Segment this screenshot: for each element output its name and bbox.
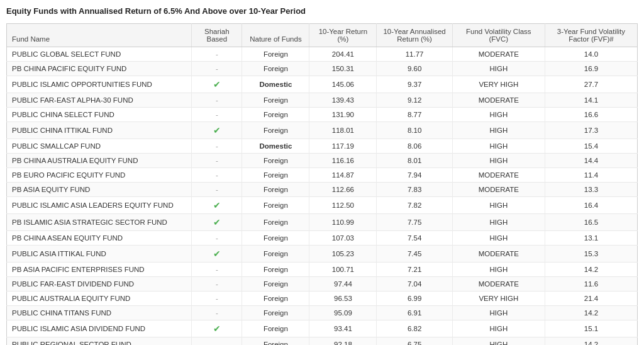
cell-10yr-ann-return: 8.01	[377, 154, 452, 168]
cell-fund-name: PB ISLAMIC ASIA STRATEGIC SECTOR FUND	[7, 214, 192, 231]
cell-10yr-ann-return: 8.10	[377, 122, 452, 139]
cell-10yr-ann-return: 11.77	[377, 47, 452, 62]
cell-nature: Foreign	[242, 183, 309, 197]
shariah-dash: -	[216, 171, 218, 179]
cell-shariah: ✔	[192, 122, 242, 139]
cell-fvc: MODERATE	[452, 183, 545, 197]
cell-shariah: -	[192, 277, 242, 291]
cell-10yr-return: 131.90	[309, 108, 377, 122]
cell-10yr-ann-return: 7.21	[377, 263, 452, 277]
cell-10yr-return: 110.99	[309, 214, 377, 231]
cell-3yr-fvf: 16.5	[545, 214, 637, 231]
cell-nature: Foreign	[242, 122, 309, 139]
cell-10yr-ann-return: 8.77	[377, 108, 452, 122]
cell-fvc: HIGH	[452, 62, 545, 76]
cell-nature: Foreign	[242, 320, 309, 337]
table-row: PB EURO PACIFIC EQUITY FUND-Foreign114.8…	[7, 168, 638, 183]
col-header-3yr-fvf: 3-Year Fund Volatility Factor (FVF)#	[545, 24, 637, 47]
cell-fvc: VERY HIGH	[452, 291, 545, 306]
cell-shariah: ✔	[192, 320, 242, 337]
cell-fvc: MODERATE	[452, 47, 545, 62]
cell-10yr-ann-return: 8.06	[377, 139, 452, 154]
table-row: PUBLIC CHINA TITANS FUND-Foreign95.096.9…	[7, 306, 638, 320]
cell-nature: Foreign	[242, 263, 309, 277]
cell-10yr-ann-return: 7.94	[377, 168, 452, 183]
col-header-shariah: Shariah Based	[192, 24, 242, 47]
cell-10yr-ann-return: 6.99	[377, 291, 452, 306]
table-row: PUBLIC FAR-EAST DIVIDEND FUND-Foreign97.…	[7, 277, 638, 291]
table-row: PUBLIC ISLAMIC OPPORTUNITIES FUND✔Domest…	[7, 76, 638, 93]
cell-3yr-fvf: 14.1	[545, 93, 637, 108]
cell-10yr-ann-return: 7.45	[377, 246, 452, 263]
cell-10yr-return: 114.87	[309, 168, 377, 183]
cell-10yr-return: 96.53	[309, 291, 377, 306]
cell-fund-name: PUBLIC CHINA ITTIKAL FUND	[7, 122, 192, 139]
cell-10yr-return: 93.41	[309, 320, 377, 337]
shariah-dash: -	[216, 341, 218, 345]
cell-fvc: HIGH	[452, 154, 545, 168]
cell-fund-name: PUBLIC CHINA TITANS FUND	[7, 306, 192, 320]
shariah-dash: -	[216, 65, 218, 72]
cell-nature: Foreign	[242, 306, 309, 320]
shariah-check-icon: ✔	[213, 249, 221, 259]
cell-shariah: -	[192, 263, 242, 277]
cell-fund-name: PB ASIA PACIFIC ENTERPRISES FUND	[7, 263, 192, 277]
cell-3yr-fvf: 14.4	[545, 154, 637, 168]
cell-nature: Domestic	[242, 139, 309, 154]
cell-10yr-return: 95.09	[309, 306, 377, 320]
cell-fvc: VERY HIGH	[452, 76, 545, 93]
cell-nature: Foreign	[242, 93, 309, 108]
cell-shariah: -	[192, 291, 242, 306]
cell-fund-name: PUBLIC ASIA ITTIKAL FUND	[7, 246, 192, 263]
cell-3yr-fvf: 17.3	[545, 122, 637, 139]
cell-shariah: -	[192, 93, 242, 108]
shariah-check-icon: ✔	[213, 200, 221, 210]
table-row: PUBLIC AUSTRALIA EQUITY FUND-Foreign96.5…	[7, 291, 638, 306]
shariah-dash: -	[216, 186, 218, 193]
cell-fvc: HIGH	[452, 263, 545, 277]
shariah-dash: -	[216, 266, 218, 273]
cell-fund-name: PUBLIC ISLAMIC ASIA LEADERS EQUITY FUND	[7, 197, 192, 214]
table-row: PB ISLAMIC ASIA STRATEGIC SECTOR FUND✔Fo…	[7, 214, 638, 231]
cell-10yr-ann-return: 6.75	[377, 337, 452, 346]
cell-10yr-return: 112.66	[309, 183, 377, 197]
cell-nature: Foreign	[242, 291, 309, 306]
cell-3yr-fvf: 11.4	[545, 168, 637, 183]
cell-shariah: -	[192, 62, 242, 76]
cell-fund-name: PB EURO PACIFIC EQUITY FUND	[7, 168, 192, 183]
cell-10yr-return: 92.18	[309, 337, 377, 346]
cell-fund-name: PUBLIC SMALLCAP FUND	[7, 139, 192, 154]
cell-shariah: ✔	[192, 197, 242, 214]
cell-fvc: HIGH	[452, 337, 545, 346]
shariah-dash: -	[216, 111, 218, 118]
cell-nature: Foreign	[242, 197, 309, 214]
cell-10yr-ann-return: 6.91	[377, 306, 452, 320]
shariah-dash: -	[216, 142, 218, 150]
cell-10yr-return: 118.01	[309, 122, 377, 139]
cell-nature: Foreign	[242, 108, 309, 122]
shariah-dash: -	[216, 234, 218, 242]
shariah-check-icon: ✔	[213, 79, 221, 89]
cell-10yr-return: 112.50	[309, 197, 377, 214]
cell-fund-name: PB ASIA EQUITY FUND	[7, 183, 192, 197]
shariah-check-icon: ✔	[213, 324, 221, 334]
cell-fund-name: PUBLIC REGIONAL SECTOR FUND	[7, 337, 192, 346]
cell-fvc: HIGH	[452, 320, 545, 337]
col-header-fvc: Fund Volatility Class (FVC)	[452, 24, 545, 47]
cell-3yr-fvf: 16.4	[545, 197, 637, 214]
cell-3yr-fvf: 16.9	[545, 62, 637, 76]
cell-fund-name: PUBLIC FAR-EAST ALPHA-30 FUND	[7, 93, 192, 108]
cell-10yr-ann-return: 9.37	[377, 76, 452, 93]
table-row: PUBLIC ISLAMIC ASIA DIVIDEND FUND✔Foreig…	[7, 320, 638, 337]
cell-nature: Foreign	[242, 231, 309, 246]
cell-10yr-return: 117.19	[309, 139, 377, 154]
cell-nature: Foreign	[242, 337, 309, 346]
table-row: PUBLIC CHINA SELECT FUND-Foreign131.908.…	[7, 108, 638, 122]
cell-shariah: ✔	[192, 246, 242, 263]
cell-fvc: HIGH	[452, 197, 545, 214]
cell-fvc: HIGH	[452, 108, 545, 122]
cell-shariah: -	[192, 168, 242, 183]
table-row: PUBLIC GLOBAL SELECT FUND-Foreign204.411…	[7, 47, 638, 62]
cell-10yr-return: 139.43	[309, 93, 377, 108]
shariah-check-icon: ✔	[213, 125, 221, 135]
